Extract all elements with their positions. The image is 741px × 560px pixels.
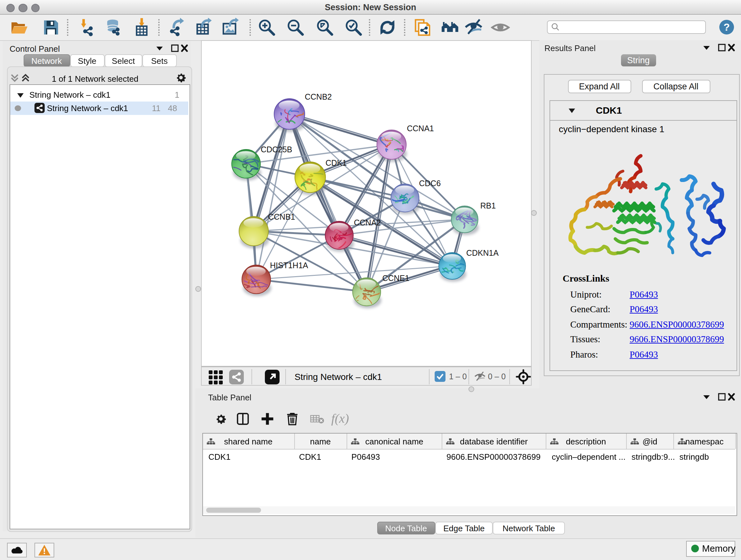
svg-text:CDKN1A: CDKN1A [466,248,498,257]
svg-text:CCNB1: CCNB1 [268,212,295,221]
svg-text:HIST1H1A: HIST1H1A [270,260,308,269]
svg-text:CCNA2: CCNA2 [354,218,381,227]
svg-text:CCNB2: CCNB2 [305,92,332,101]
svg-text:CDC6: CDC6 [419,179,441,187]
svg-text:RB1: RB1 [480,201,495,210]
svg-text:CCNA1: CCNA1 [407,124,434,132]
svg-text:CCNE1: CCNE1 [382,273,409,282]
svg-text:CDC25B: CDC25B [260,145,292,153]
svg-text:CDK1: CDK1 [325,158,347,167]
